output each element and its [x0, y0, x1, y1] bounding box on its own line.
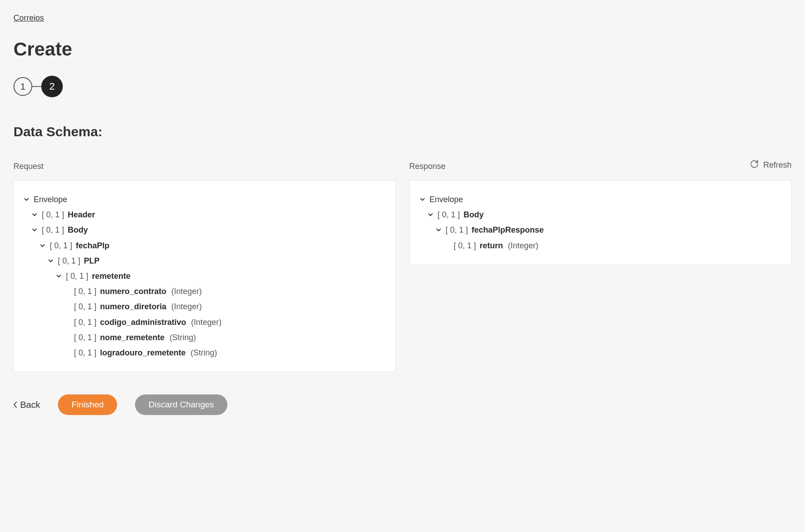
tree-node-type: (Integer)	[508, 238, 539, 253]
cardinality-label: [ 0, 1 ]	[438, 207, 460, 222]
chevron-down-icon[interactable]	[39, 243, 46, 248]
section-heading: Data Schema:	[13, 124, 792, 139]
tree-row: [ 0, 1 ]codigo_administrativo(Integer)	[23, 315, 387, 330]
chevron-down-icon[interactable]	[31, 212, 38, 217]
tree-node-name: Body	[464, 207, 484, 222]
tree-node-name: Body	[68, 222, 88, 238]
chevron-down-icon[interactable]	[55, 273, 62, 279]
step-2[interactable]: 2	[41, 76, 63, 97]
tree-node-name: nome_remetente	[100, 330, 165, 345]
tree-row: Envelope	[419, 192, 783, 207]
request-panel: Envelope[ 0, 1 ]Header[ 0, 1 ]Body[ 0, 1…	[13, 180, 396, 372]
finished-button[interactable]: Finished	[58, 394, 117, 415]
response-panel: Envelope[ 0, 1 ]Body[ 0, 1 ]fechaPlpResp…	[409, 180, 792, 265]
cardinality-label: [ 0, 1 ]	[50, 238, 72, 253]
tree-node-name: return	[480, 238, 503, 253]
breadcrumb-link[interactable]: Correios	[13, 13, 44, 22]
cardinality-label: [ 0, 1 ]	[446, 222, 468, 238]
tree-row: Envelope	[23, 192, 387, 207]
tree-node-name: logradouro_remetente	[100, 345, 186, 360]
chevron-down-icon[interactable]	[47, 258, 54, 264]
tree-row: [ 0, 1 ]fechaPlpResponse	[419, 222, 783, 238]
tree-row: [ 0, 1 ]Body	[23, 222, 387, 238]
chevron-down-icon[interactable]	[31, 227, 38, 233]
tree-row: [ 0, 1 ]return(Integer)	[419, 238, 783, 253]
cardinality-label: [ 0, 1 ]	[42, 207, 64, 222]
tree-node-name: remetente	[92, 268, 131, 284]
tree-row: [ 0, 1 ]logradouro_remetente(String)	[23, 345, 387, 360]
tree-node-name: PLP	[84, 253, 100, 268]
tree-row: [ 0, 1 ]nome_remetente(String)	[23, 330, 387, 345]
tree-row: [ 0, 1 ]Header	[23, 207, 387, 222]
tree-node-name: numero_diretoria	[100, 299, 166, 314]
stepper: 1 2	[13, 76, 792, 97]
cardinality-label: [ 0, 1 ]	[74, 284, 96, 299]
back-button[interactable]: Back	[13, 400, 40, 410]
tree-node-name: fechaPlpResponse	[472, 222, 544, 238]
chevron-down-icon[interactable]	[23, 197, 30, 202]
tree-node-name: Envelope	[34, 192, 67, 207]
tree-row: [ 0, 1 ]remetente	[23, 268, 387, 284]
back-label: Back	[20, 400, 40, 410]
tree-node-type: (String)	[170, 330, 196, 345]
cardinality-label: [ 0, 1 ]	[74, 315, 96, 330]
tree-node-type: (Integer)	[191, 315, 222, 330]
chevron-left-icon	[13, 400, 17, 410]
chevron-down-icon[interactable]	[435, 227, 442, 233]
page-title: Create	[13, 39, 792, 60]
response-label: Response	[409, 162, 792, 171]
cardinality-label: [ 0, 1 ]	[74, 299, 96, 314]
tree-row: [ 0, 1 ]numero_contrato(Integer)	[23, 284, 387, 299]
chevron-down-icon[interactable]	[419, 197, 426, 202]
step-connector	[32, 86, 41, 87]
tree-node-name: codigo_administrativo	[100, 315, 186, 330]
cardinality-label: [ 0, 1 ]	[74, 330, 96, 345]
chevron-down-icon[interactable]	[427, 212, 434, 217]
cardinality-label: [ 0, 1 ]	[74, 345, 96, 360]
tree-node-type: (Integer)	[171, 284, 202, 299]
tree-node-type: (Integer)	[171, 299, 202, 314]
tree-node-type: (String)	[191, 345, 217, 360]
tree-row: [ 0, 1 ]PLP	[23, 253, 387, 268]
tree-row: [ 0, 1 ]fechaPlp	[23, 238, 387, 253]
request-label: Request	[13, 162, 396, 171]
cardinality-label: [ 0, 1 ]	[66, 268, 88, 284]
discard-button[interactable]: Discard Changes	[135, 394, 227, 415]
tree-node-name: fechaPlp	[76, 238, 109, 253]
tree-node-name: Header	[68, 207, 95, 222]
tree-node-name: numero_contrato	[100, 284, 166, 299]
footer-actions: Back Finished Discard Changes	[13, 394, 792, 415]
cardinality-label: [ 0, 1 ]	[454, 238, 476, 253]
tree-row: [ 0, 1 ]numero_diretoria(Integer)	[23, 299, 387, 314]
cardinality-label: [ 0, 1 ]	[58, 253, 80, 268]
cardinality-label: [ 0, 1 ]	[42, 222, 64, 238]
tree-row: [ 0, 1 ]Body	[419, 207, 783, 222]
tree-node-name: Envelope	[430, 192, 463, 207]
step-1[interactable]: 1	[13, 77, 32, 96]
